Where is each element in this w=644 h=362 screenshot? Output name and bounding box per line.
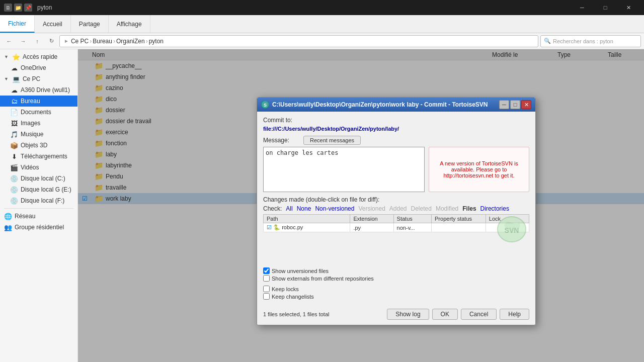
sidebar-label: Disque local G (E:) <box>21 186 71 193</box>
sidebar-label: Disque local (C:) <box>21 175 65 182</box>
search-box[interactable]: 🔍 Rechercher dans : pyton <box>540 35 641 47</box>
box-icon: 📦 <box>10 141 18 149</box>
row-path: roboc.py <box>282 224 303 230</box>
row-lock: SVN <box>486 223 529 232</box>
sidebar-item-groupe[interactable]: 👥 Groupe résidentiel <box>0 222 77 233</box>
sidebar-item-bureau[interactable]: 🗂 Bureau <box>0 96 77 107</box>
message-area-container: on charge les cartes A new version of To… <box>263 147 529 192</box>
filter-added[interactable]: Added <box>389 205 407 212</box>
table-row[interactable]: ☑ 🐍 roboc.py .py non-v... <box>264 223 529 232</box>
show-log-button[interactable]: Show log <box>387 309 429 320</box>
sidebar-item-acces-rapide[interactable]: ▼ ⭐ Accès rapide <box>0 51 77 62</box>
sidebar-label: Objets 3D <box>21 142 47 149</box>
cancel-button[interactable]: Cancel <box>461 309 497 320</box>
th-property-status: Property status <box>432 215 486 223</box>
cloud-icon: ☁ <box>10 86 18 94</box>
sidebar-item-disque-g[interactable]: 💿 Disque local G (E:) <box>0 184 77 195</box>
sidebar-label: Téléchargements <box>21 153 67 160</box>
row-checkbox[interactable]: ☑ <box>267 224 272 230</box>
filter-versioned[interactable]: Versioned <box>358 205 385 212</box>
keep-locks-checkbox[interactable] <box>263 286 270 292</box>
toolbar: Fichier Accueil Partage Affichage <box>0 15 644 33</box>
search-placeholder: Rechercher dans : pyton <box>553 38 613 44</box>
show-externals-label: Show externals from different repositori… <box>272 276 374 282</box>
address-box[interactable]: ► Ce PC › Bureau › OrganiZen › pyton <box>59 35 538 47</box>
sidebar-item-objets3d[interactable]: 📦 Objets 3D <box>0 140 77 151</box>
keep-changelists-checkbox[interactable] <box>263 293 270 300</box>
music-icon: 🎵 <box>10 130 18 138</box>
row-extension: .py <box>350 223 393 232</box>
refresh-button[interactable]: ↻ <box>45 35 57 47</box>
sidebar-item-images[interactable]: 🖼 Images <box>0 118 77 129</box>
sidebar-item-a360[interactable]: ☁ A360 Drive (wull1) <box>0 84 77 96</box>
disk-icon: 💿 <box>10 186 18 194</box>
svn-commit-dialog: S C:\Users\wully\Desktop\OrganiZen\pyton… <box>257 97 536 325</box>
tab-partage[interactable]: Partage <box>71 15 109 33</box>
ok-button[interactable]: OK <box>432 309 458 320</box>
filter-all[interactable]: All <box>286 205 292 212</box>
dialog-close-button[interactable]: ✕ <box>521 100 531 109</box>
tab-accueil[interactable]: Accueil <box>35 15 71 33</box>
image-icon: 🖼 <box>10 119 18 127</box>
folder-icon: 🗂 <box>10 97 18 105</box>
sidebar-item-documents[interactable]: 📄 Documents <box>0 107 77 118</box>
dialog-minimize-button[interactable]: ─ <box>499 100 509 109</box>
message-textarea[interactable]: on charge les cartes <box>263 147 425 192</box>
filter-modified[interactable]: Modified <box>436 205 458 212</box>
computer-icon: 💻 <box>12 75 20 83</box>
row-property-status <box>432 223 486 232</box>
sidebar-item-onedrive[interactable]: ☁ OneDrive <box>0 62 77 73</box>
sidebar-label: OneDrive <box>21 64 46 71</box>
sidebar-item-disque-c[interactable]: 💿 Disque local (C:) <box>0 173 77 184</box>
filter-deleted[interactable]: Deleted <box>411 205 432 212</box>
window-controls[interactable]: ─ □ ✕ <box>571 0 640 15</box>
group-icon: 👥 <box>4 223 12 231</box>
sidebar-label: Réseau <box>15 213 35 220</box>
show-unversioned-row: Show unversioned files <box>263 267 529 274</box>
changes-label: Changes made (double-click on file for d… <box>263 196 529 203</box>
expand-icon: ▼ <box>4 54 9 59</box>
dialog-controls[interactable]: ─ □ ✕ <box>499 100 531 109</box>
back-button[interactable]: ← <box>3 35 15 47</box>
help-button[interactable]: Help <box>500 309 529 320</box>
filter-none[interactable]: None <box>297 205 311 212</box>
dialog-maximize-button[interactable]: □ <box>510 100 520 109</box>
win-icon-1: 🗎 <box>4 4 12 12</box>
maximize-button[interactable]: □ <box>594 0 617 15</box>
message-row: Message: Recent messages <box>263 136 529 145</box>
download-icon: ⬇ <box>10 152 18 160</box>
row-status: non-v... <box>393 223 431 232</box>
show-unversioned-checkbox[interactable] <box>263 267 270 274</box>
breadcrumb-pyton[interactable]: pyton <box>149 38 164 45</box>
breadcrumb-cepc[interactable]: Ce PC <box>71 38 89 45</box>
svg-text:S: S <box>264 103 267 108</box>
sidebar-item-telechargements[interactable]: ⬇ Téléchargements <box>0 151 77 162</box>
sidebar-item-disque-f[interactable]: 💿 Disque local (F:) <box>0 195 77 206</box>
filter-non-versioned[interactable]: Non-versioned <box>315 205 354 212</box>
row-check-path[interactable]: ☑ 🐍 roboc.py <box>264 223 350 232</box>
show-externals-checkbox[interactable] <box>263 275 270 282</box>
sidebar-item-cepc[interactable]: ▼ 💻 Ce PC <box>0 73 77 84</box>
sidebar-label: Images <box>21 120 40 127</box>
close-button[interactable]: ✕ <box>617 0 640 15</box>
row-file-icon: 🐍 <box>273 224 280 230</box>
tab-affichage[interactable]: Affichage <box>109 15 150 33</box>
disk-icon: 💿 <box>10 174 18 183</box>
minimize-button[interactable]: ─ <box>571 0 594 15</box>
window-icons: 🗎 📁 📌 <box>4 4 32 12</box>
sidebar-label: Documents <box>21 109 51 116</box>
sidebar-item-reseau[interactable]: 🌐 Réseau <box>0 211 77 222</box>
svn-icon: S <box>261 101 269 109</box>
keep-locks-row: Keep locks <box>263 286 529 292</box>
breadcrumb-bureau[interactable]: Bureau <box>93 38 112 45</box>
filter-directories[interactable]: Directories <box>480 205 509 212</box>
sidebar-item-musique[interactable]: 🎵 Musique <box>0 129 77 140</box>
tab-fichier[interactable]: Fichier <box>0 15 35 33</box>
sidebar-item-videos[interactable]: 🎬 Vidéos <box>0 162 77 173</box>
recent-messages-button[interactable]: Recent messages <box>303 136 361 145</box>
dialog-body: Commit to: file:///C:/Users/wully/Deskto… <box>257 112 535 306</box>
breadcrumb-organizen[interactable]: OrganiZen <box>116 38 145 45</box>
forward-button[interactable]: → <box>17 35 29 47</box>
up-button[interactable]: ↑ <box>31 35 43 47</box>
cloud-icon: ☁ <box>10 64 18 72</box>
